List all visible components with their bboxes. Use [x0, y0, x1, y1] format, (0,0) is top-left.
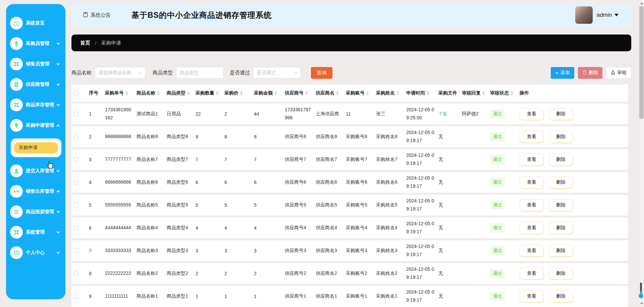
column-header-order[interactable]: 采购单号 — [102, 84, 134, 102]
column-header-person[interactable]: 采购姓名 — [373, 84, 404, 102]
cell-status: 通过 — [487, 240, 517, 261]
cell-order: 3333333333 — [102, 240, 134, 261]
row-checkbox[interactable] — [74, 180, 79, 185]
sort-icon[interactable] — [336, 91, 339, 95]
row-delete-button[interactable]: 删除 — [549, 176, 573, 188]
row-checkbox[interactable] — [74, 226, 79, 230]
sidebar-item[interactable]: 采购员管理 — [6, 33, 65, 54]
cell-amount: 8 — [251, 126, 282, 147]
scrollbar-thumb[interactable] — [639, 6, 644, 119]
column-header-name[interactable]: 商品名称 — [134, 84, 164, 102]
search-button[interactable]: 查询 — [311, 67, 332, 79]
sidebar-item[interactable]: 系统首页 — [6, 13, 65, 33]
column-header-account[interactable]: 采购账号 — [343, 84, 373, 102]
sidebar-item[interactable]: 个人中心 — [6, 242, 65, 263]
view-button[interactable]: 查看 — [520, 290, 544, 302]
column-header-sup_name[interactable]: 供应商名 — [313, 84, 343, 102]
cell-person: 采购姓名8 — [373, 126, 404, 147]
view-button[interactable]: 查看 — [520, 245, 544, 257]
view-button[interactable]: 查看 — [520, 267, 544, 280]
sort-icon[interactable] — [216, 91, 219, 95]
row-checkbox[interactable] — [74, 271, 79, 276]
view-button[interactable]: 查看 — [520, 222, 544, 234]
announcement-link[interactable]: 系统公告 — [83, 12, 111, 18]
sort-icon[interactable] — [427, 91, 429, 95]
sidebar-item[interactable]: 采购申请管理 — [6, 115, 65, 135]
sidebar-item[interactable]: 进货入库管理 — [6, 161, 65, 181]
scrollbar-up-arrow-icon[interactable] — [640, 2, 643, 4]
column-header-label: 采购金额 — [254, 90, 273, 96]
column-header-type[interactable]: 商品类型 — [164, 84, 193, 102]
view-button[interactable]: 查看 — [520, 154, 544, 166]
row-delete-button[interactable]: 删除 — [549, 131, 573, 143]
product-type-label: 商品类型 — [153, 70, 173, 76]
row-checkbox[interactable] — [74, 112, 79, 116]
column-header-amount[interactable]: 采购金额 — [251, 84, 282, 102]
row-delete-button[interactable]: 删除 — [549, 245, 573, 257]
user-menu[interactable]: admin — [597, 12, 619, 18]
select-all-checkbox[interactable] — [74, 91, 79, 96]
cell-order: 4444444444 — [102, 218, 134, 238]
column-header-status[interactable]: 审核状态 — [487, 84, 517, 102]
cell-amount: 4 — [251, 218, 282, 238]
column-header-sup_no[interactable]: 供应商号 — [282, 84, 313, 102]
row-checkbox[interactable] — [74, 134, 79, 139]
column-header-reply[interactable]: 审核回复 — [459, 84, 487, 102]
row-delete-button[interactable]: 删除 — [549, 222, 573, 234]
scrollbar[interactable] — [638, 0, 644, 307]
sidebar-item[interactable]: 销售出库管理 — [6, 181, 65, 201]
sidebar-item-label: 系统首页 — [26, 20, 45, 26]
product-type-input[interactable] — [180, 70, 220, 75]
add-button[interactable]: + 添加 — [551, 67, 574, 79]
view-button[interactable]: 查看 — [520, 108, 544, 120]
table-header-row: 序号采购单号商品名称商品类型采购数量采购价采购金额供应商号供应商名采购账号采购姓… — [71, 84, 628, 102]
pass-select[interactable]: 是否通过 — [253, 67, 301, 78]
column-header-time[interactable]: 申请时间 — [404, 84, 436, 102]
row-checkbox[interactable] — [74, 203, 79, 207]
row-delete-button[interactable]: 删除 — [549, 199, 573, 211]
product-name-select[interactable]: 请选择商品名称 — [95, 67, 145, 78]
view-button[interactable]: 查看 — [520, 131, 544, 143]
row-checkbox[interactable] — [74, 157, 79, 162]
sort-icon[interactable] — [305, 91, 308, 95]
view-button[interactable]: 查看 — [520, 176, 544, 188]
sort-icon[interactable] — [482, 91, 485, 95]
sidebar-item[interactable]: 销售员管理 — [6, 54, 65, 74]
sort-icon[interactable] — [396, 91, 399, 95]
sort-icon[interactable] — [366, 91, 369, 95]
sort-icon[interactable] — [511, 91, 513, 95]
row-delete-button[interactable]: 删除 — [549, 108, 573, 120]
delete-button[interactable]: 删除 — [578, 67, 602, 79]
column-header-label: 采购数量 — [196, 90, 214, 96]
scrollbar-down-arrow-icon[interactable] — [640, 303, 643, 305]
cell-sup_name: 供应商名7 — [313, 149, 343, 170]
sidebar-item[interactable]: 系统管理 — [6, 222, 65, 242]
cell-file: 无 — [436, 149, 459, 170]
column-header-qty[interactable]: 采购数量 — [193, 84, 222, 102]
row-delete-button[interactable]: 删除 — [549, 290, 573, 302]
cell-reply — [459, 286, 487, 307]
sidebar-item[interactable]: 供应商管理 — [6, 74, 65, 95]
column-header-price[interactable]: 采购价 — [222, 84, 251, 102]
cell-reply — [459, 149, 487, 170]
audit-button[interactable]: 审核 — [606, 67, 631, 79]
sort-icon[interactable] — [274, 91, 277, 95]
sort-icon[interactable] — [157, 91, 160, 95]
download-link[interactable]: 下载 — [438, 111, 447, 117]
sidebar-subitem-active[interactable]: 采购申请 — [14, 142, 58, 154]
sidebar-item[interactable]: 商品报损管理 — [6, 201, 65, 222]
sort-icon[interactable] — [187, 91, 190, 95]
row-checkbox[interactable] — [74, 294, 79, 299]
column-header-label: 采购单号 — [105, 90, 124, 96]
row-checkbox[interactable] — [74, 248, 79, 253]
avatar[interactable] — [575, 6, 593, 24]
row-delete-button[interactable]: 删除 — [549, 154, 573, 166]
sidebar-item[interactable]: 商品库存管理 — [6, 95, 65, 115]
row-delete-button[interactable]: 删除 — [549, 267, 573, 280]
cell-type: 商品类型1 — [164, 286, 193, 307]
view-button[interactable]: 查看 — [520, 199, 544, 211]
bulb-icon — [10, 119, 23, 132]
sort-icon[interactable] — [125, 91, 128, 95]
sort-icon[interactable] — [240, 91, 243, 95]
breadcrumb-home[interactable]: 首页 — [80, 40, 90, 46]
